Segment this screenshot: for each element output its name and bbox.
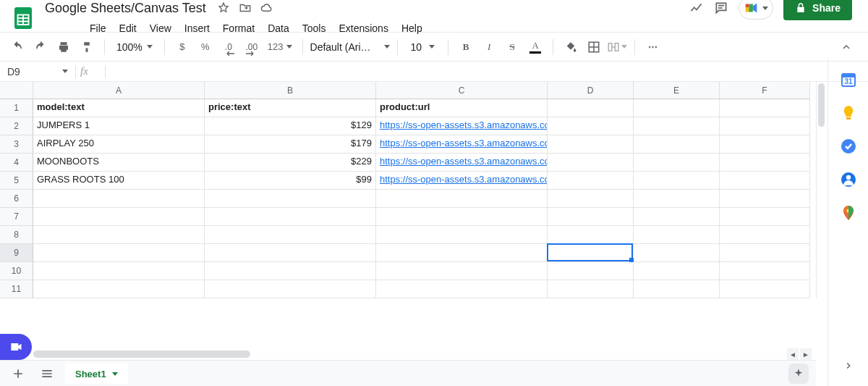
cell[interactable] <box>720 135 810 154</box>
cell[interactable] <box>634 135 720 154</box>
more-toolbar-button[interactable]: ⋯ <box>642 37 663 57</box>
scroll-right-button[interactable]: ► <box>800 348 812 360</box>
italic-button[interactable]: I <box>479 37 499 57</box>
zoom-select[interactable]: 100% <box>112 41 157 53</box>
cell[interactable]: https://ss-open-assets.s3.amazonaws.com/… <box>376 117 548 135</box>
cell[interactable] <box>720 172 810 190</box>
row-header[interactable]: 1 <box>0 99 33 117</box>
cell[interactable] <box>205 262 376 280</box>
row-header[interactable]: 9 <box>0 244 33 262</box>
cell[interactable] <box>548 117 634 135</box>
cell[interactable] <box>634 154 720 172</box>
cell[interactable] <box>634 244 720 262</box>
cell[interactable]: $229 <box>205 154 376 172</box>
menu-edit[interactable]: Edit <box>114 20 142 37</box>
text-color-button[interactable]: A <box>525 37 545 57</box>
cell[interactable] <box>720 117 810 135</box>
explore-button[interactable] <box>788 364 809 384</box>
cell[interactable] <box>548 244 634 262</box>
font-select[interactable]: Default (Ari… <box>310 41 390 53</box>
cell[interactable]: $179 <box>205 135 376 154</box>
cell[interactable]: GRASS ROOTS 100 <box>33 172 205 190</box>
undo-button[interactable] <box>7 37 27 57</box>
cell[interactable] <box>548 226 634 244</box>
cell[interactable] <box>634 262 720 280</box>
bold-button[interactable]: B <box>456 37 476 57</box>
menu-file[interactable]: File <box>84 20 112 37</box>
cell[interactable] <box>720 208 810 226</box>
sheets-logo[interactable] <box>9 4 38 33</box>
cell[interactable] <box>205 190 376 208</box>
cell[interactable] <box>634 190 720 208</box>
borders-button[interactable] <box>584 37 604 57</box>
cell[interactable] <box>33 208 205 226</box>
cell[interactable]: price:text <box>205 99 376 117</box>
merge-cells-button[interactable] <box>607 37 627 57</box>
cell[interactable] <box>376 190 548 208</box>
cell[interactable] <box>376 226 548 244</box>
menu-insert[interactable]: Insert <box>179 20 216 37</box>
insights-icon[interactable] <box>689 1 704 15</box>
cell[interactable] <box>376 262 548 280</box>
menu-view[interactable]: View <box>144 20 177 37</box>
cell[interactable]: $99 <box>205 172 376 190</box>
cell[interactable] <box>634 172 720 190</box>
cloud-status-icon[interactable] <box>260 1 274 15</box>
cell[interactable] <box>720 190 810 208</box>
font-size-select[interactable]: 10 <box>405 41 441 53</box>
move-icon[interactable] <box>238 1 252 15</box>
cell[interactable] <box>376 280 548 298</box>
cell[interactable] <box>33 280 205 298</box>
name-box[interactable]: D9 <box>0 66 75 77</box>
hide-sidepanel-button[interactable] <box>840 357 857 374</box>
cell[interactable] <box>720 244 810 262</box>
cell[interactable] <box>33 226 205 244</box>
sheet-tab-sheet1[interactable]: Sheet1 <box>65 363 128 384</box>
cell[interactable] <box>720 226 810 244</box>
cell[interactable] <box>634 280 720 298</box>
column-header-A[interactable]: A <box>33 82 205 99</box>
cell[interactable] <box>205 208 376 226</box>
menu-format[interactable]: Format <box>217 20 260 37</box>
cell[interactable]: AIRPLAY 250 <box>33 135 205 154</box>
select-all-corner[interactable] <box>0 82 33 99</box>
all-sheets-button[interactable] <box>36 363 58 385</box>
cell[interactable] <box>548 262 634 280</box>
cell[interactable] <box>376 208 548 226</box>
more-formats-button[interactable]: 123 <box>265 37 295 57</box>
cell[interactable]: product:url <box>376 99 548 117</box>
cell[interactable] <box>205 244 376 262</box>
row-header[interactable]: 8 <box>0 226 33 244</box>
cell[interactable] <box>33 190 205 208</box>
fill-color-button[interactable] <box>561 37 581 57</box>
menu-tools[interactable]: Tools <box>297 20 332 37</box>
cell[interactable] <box>634 208 720 226</box>
cell[interactable] <box>548 190 634 208</box>
row-header[interactable]: 10 <box>0 262 33 280</box>
column-header-E[interactable]: E <box>634 82 720 99</box>
cell[interactable] <box>720 154 810 172</box>
cell[interactable] <box>33 262 205 280</box>
row-header[interactable]: 7 <box>0 208 33 226</box>
decrease-decimal-button[interactable]: .0 <box>218 37 239 57</box>
keep-icon[interactable] <box>840 104 857 122</box>
cell[interactable]: https://ss-open-assets.s3.amazonaws.com/… <box>376 135 548 154</box>
cell[interactable] <box>33 244 205 262</box>
cell[interactable] <box>634 226 720 244</box>
calendar-icon[interactable]: 31 <box>840 71 857 88</box>
cell[interactable]: $129 <box>205 117 376 135</box>
cell[interactable] <box>548 280 634 298</box>
star-icon[interactable] <box>216 1 231 15</box>
cell[interactable] <box>548 135 634 154</box>
tasks-icon[interactable] <box>840 138 857 155</box>
cell[interactable] <box>634 99 720 117</box>
cell[interactable]: https://ss-open-assets.s3.amazonaws.com/… <box>376 154 548 172</box>
cell[interactable] <box>548 172 634 190</box>
row-header[interactable]: 4 <box>0 154 33 172</box>
cell[interactable] <box>634 117 720 135</box>
comments-icon[interactable] <box>714 1 728 15</box>
formula-input[interactable] <box>106 62 868 81</box>
cell[interactable] <box>720 262 810 280</box>
row-header[interactable]: 11 <box>0 280 33 298</box>
cell[interactable] <box>205 280 376 298</box>
